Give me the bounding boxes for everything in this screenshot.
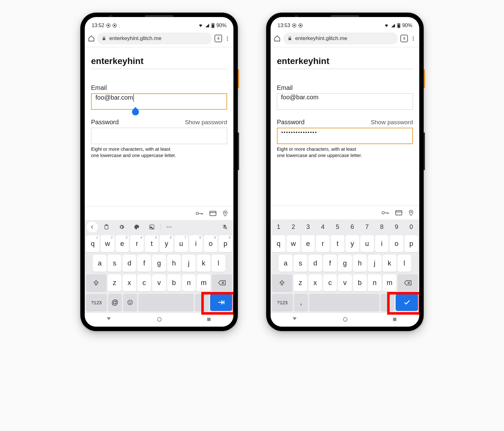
more-icon[interactable] xyxy=(225,36,230,41)
mic-off-icon[interactable] xyxy=(218,222,232,232)
key-g[interactable]: g xyxy=(338,255,352,272)
emoji-key[interactable] xyxy=(123,294,137,311)
home-icon[interactable] xyxy=(88,35,95,42)
space-key[interactable] xyxy=(138,294,194,311)
clipboard-icon[interactable] xyxy=(100,222,113,232)
numkey-1[interactable]: 1 xyxy=(272,220,285,233)
numkey-3[interactable]: 3 xyxy=(301,220,315,233)
show-password-link[interactable]: Show password xyxy=(371,119,413,126)
gear-icon[interactable] xyxy=(115,222,128,232)
home-icon[interactable] xyxy=(342,317,348,323)
period-key[interactable]: . xyxy=(195,294,209,311)
key-q[interactable]: q1 xyxy=(86,235,100,252)
key-l[interactable]: l xyxy=(398,255,411,272)
key-e[interactable]: e3 xyxy=(116,235,129,252)
key-k[interactable]: k xyxy=(197,255,210,272)
symbols-key[interactable]: ?123 xyxy=(272,294,293,311)
key-z[interactable]: z xyxy=(108,274,121,291)
key-m[interactable]: m xyxy=(197,274,210,291)
key-p[interactable]: p xyxy=(404,235,418,252)
key-x[interactable]: x xyxy=(308,274,322,291)
key-j[interactable]: j xyxy=(182,255,196,272)
numkey-4[interactable]: 4 xyxy=(316,220,329,233)
key-g[interactable]: g xyxy=(152,255,166,272)
key-v[interactable]: v xyxy=(338,274,352,291)
key-f[interactable]: f xyxy=(323,255,337,272)
palette-icon[interactable] xyxy=(130,222,143,232)
key-s[interactable]: s xyxy=(108,255,121,272)
password-field[interactable]: ••••••••••••••• xyxy=(277,128,413,144)
show-password-link[interactable]: Show password xyxy=(185,119,227,126)
key-l[interactable]: l xyxy=(212,255,225,272)
email-field[interactable]: foo@bar.com xyxy=(91,93,227,110)
location-icon[interactable] xyxy=(223,210,228,217)
card-icon[interactable] xyxy=(395,210,402,215)
key-r[interactable]: r4 xyxy=(130,235,144,252)
key-a[interactable]: a xyxy=(279,255,292,272)
key-i[interactable]: i xyxy=(375,235,389,252)
enter-key-next[interactable] xyxy=(210,294,232,311)
backspace-key[interactable] xyxy=(212,274,232,291)
numkey-0[interactable]: 0 xyxy=(404,220,418,233)
key-v[interactable]: v xyxy=(152,274,166,291)
key-o[interactable]: o9 xyxy=(204,235,217,252)
key-h[interactable]: h xyxy=(167,255,181,272)
key-p[interactable]: p0 xyxy=(219,235,232,252)
key-o[interactable]: o xyxy=(390,235,403,252)
key-w[interactable]: w2 xyxy=(101,235,114,252)
key-t[interactable]: t xyxy=(331,235,344,252)
key-k[interactable]: k xyxy=(383,255,396,272)
key-icon[interactable] xyxy=(381,210,389,215)
key-b[interactable]: b xyxy=(167,274,181,291)
chevron-left-icon[interactable] xyxy=(87,222,98,232)
key-b[interactable]: b xyxy=(353,274,367,291)
key-a[interactable]: a xyxy=(93,255,106,272)
key-d[interactable]: d xyxy=(308,255,322,272)
url-omnibox[interactable]: enterkeyhint.glitch.me xyxy=(97,32,212,44)
more-icon[interactable] xyxy=(410,36,416,41)
email-field[interactable]: foo@bar.com xyxy=(277,93,413,110)
key-f[interactable]: f xyxy=(137,255,151,272)
period-key[interactable]: . xyxy=(381,294,394,311)
tab-count[interactable]: 4 xyxy=(400,35,408,42)
card-icon[interactable] xyxy=(209,211,216,216)
back-icon[interactable] xyxy=(107,317,112,323)
location-icon[interactable] xyxy=(409,210,414,216)
symbols-key[interactable]: ?123 xyxy=(86,294,107,311)
comma-key[interactable]: , xyxy=(294,294,308,311)
backspace-key[interactable] xyxy=(398,274,418,291)
key-c[interactable]: c xyxy=(137,274,151,291)
key-e[interactable]: e xyxy=(301,235,315,252)
key-t[interactable]: t5 xyxy=(145,235,158,252)
at-key[interactable]: @ xyxy=(108,294,122,311)
key-x[interactable]: x xyxy=(123,274,136,291)
key-r[interactable]: r xyxy=(316,235,329,252)
key-i[interactable]: i8 xyxy=(189,235,203,252)
key-y[interactable]: y xyxy=(346,235,359,252)
recents-icon[interactable] xyxy=(392,317,397,323)
key-u[interactable]: u7 xyxy=(175,235,188,252)
key-h[interactable]: h xyxy=(353,255,367,272)
key-n[interactable]: n xyxy=(368,274,381,291)
space-key[interactable] xyxy=(309,294,379,311)
numkey-9[interactable]: 9 xyxy=(390,220,403,233)
key-z[interactable]: z xyxy=(294,274,307,291)
numkey-7[interactable]: 7 xyxy=(360,220,374,233)
more-icon[interactable] xyxy=(163,222,176,232)
enter-key-done[interactable] xyxy=(396,294,418,311)
back-icon[interactable] xyxy=(293,317,298,323)
key-w[interactable]: w xyxy=(287,235,300,252)
key-d[interactable]: d xyxy=(123,255,136,272)
key-q[interactable]: q xyxy=(272,235,285,252)
caret-handle-icon[interactable] xyxy=(130,107,140,117)
shift-key[interactable] xyxy=(272,274,292,291)
password-field[interactable] xyxy=(91,128,227,144)
tab-count[interactable]: 4 xyxy=(215,35,222,42)
key-s[interactable]: s xyxy=(294,255,307,272)
numkey-6[interactable]: 6 xyxy=(346,220,359,233)
key-m[interactable]: m xyxy=(383,274,396,291)
key-c[interactable]: c xyxy=(323,274,337,291)
shift-key[interactable] xyxy=(86,274,106,291)
key-n[interactable]: n xyxy=(182,274,196,291)
key-j[interactable]: j xyxy=(368,255,381,272)
